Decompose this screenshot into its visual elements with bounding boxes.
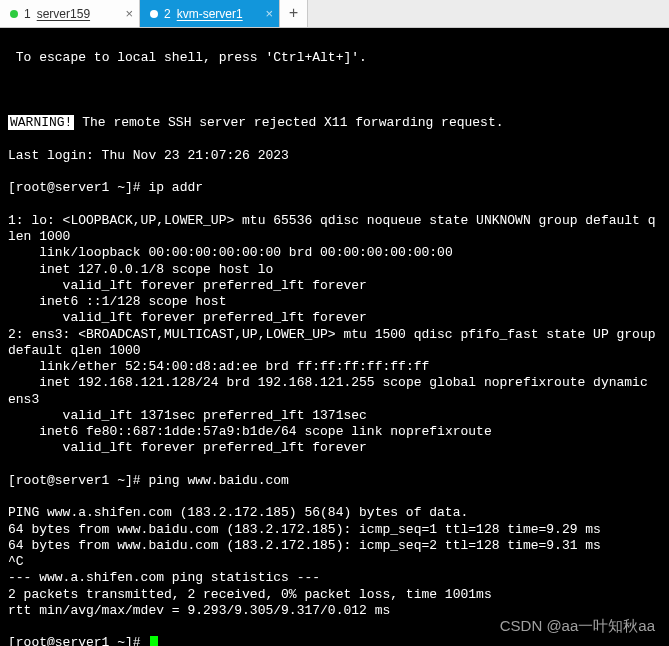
warning-line: WARNING! The remote SSH server rejected …: [8, 115, 661, 131]
cursor-icon: [150, 636, 158, 646]
prompt: [root@server1 ~]#: [8, 180, 148, 195]
tab-server159[interactable]: 1 server159 ×: [0, 0, 140, 27]
prompt: [root@server1 ~]#: [8, 473, 148, 488]
ip-addr-output: 1: lo: <LOOPBACK,UP,LOWER_UP> mtu 65536 …: [8, 213, 661, 457]
blank-line: [8, 83, 661, 99]
command: ip addr: [148, 180, 203, 195]
status-dot-icon: [10, 10, 18, 18]
watermark: CSDN @aa一叶知秋aa: [500, 617, 655, 636]
prompt-line: [root@server1 ~]# ip addr: [8, 180, 661, 196]
plus-icon: +: [289, 5, 299, 23]
tab-index: 1: [24, 7, 31, 21]
terminal-view[interactable]: To escape to local shell, press 'Ctrl+Al…: [0, 28, 669, 646]
tab-label: kvm-server1: [177, 7, 260, 21]
escape-hint: To escape to local shell, press 'Ctrl+Al…: [8, 50, 661, 66]
tab-bar: 1 server159 × 2 kvm-server1 × +: [0, 0, 669, 28]
close-icon[interactable]: ×: [265, 7, 273, 20]
prompt-line: [root@server1 ~]# ping www.baidu.com: [8, 473, 661, 489]
warning-badge: WARNING!: [8, 115, 74, 130]
tab-kvm-server1[interactable]: 2 kvm-server1 ×: [140, 0, 280, 27]
last-login: Last login: Thu Nov 23 21:07:26 2023: [8, 148, 661, 164]
prompt: [root@server1 ~]#: [8, 635, 148, 646]
prompt-line: [root@server1 ~]#: [8, 635, 661, 646]
ping-output: PING www.a.shifen.com (183.2.172.185) 56…: [8, 505, 661, 619]
new-tab-button[interactable]: +: [280, 0, 308, 27]
command: ping www.baidu.com: [148, 473, 288, 488]
tab-index: 2: [164, 7, 171, 21]
warning-text: The remote SSH server rejected X11 forwa…: [74, 115, 503, 130]
status-dot-icon: [150, 10, 158, 18]
tab-label: server159: [37, 7, 120, 21]
close-icon[interactable]: ×: [125, 7, 133, 20]
